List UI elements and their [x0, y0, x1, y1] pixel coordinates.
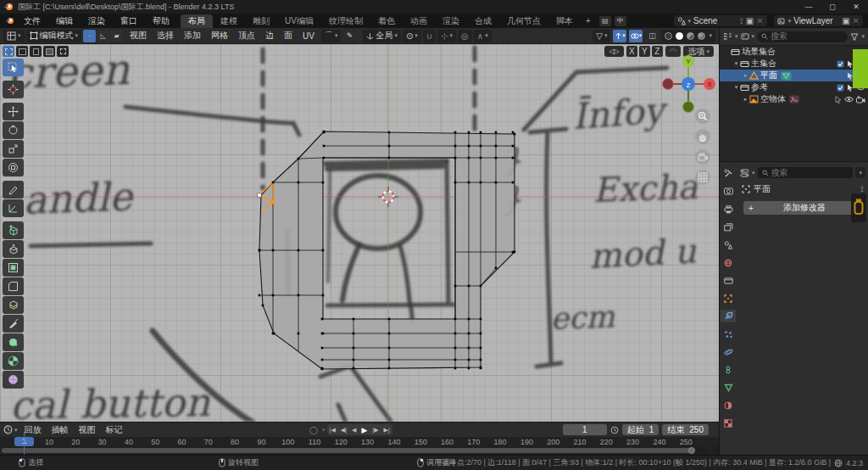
- outliner-item-label[interactable]: 空物体: [760, 93, 786, 105]
- timeline-editor-icon[interactable]: [3, 425, 13, 434]
- prop-falloff-dropdown[interactable]: ∧▾: [474, 30, 492, 42]
- workspace-tab-10[interactable]: 脚本: [548, 14, 581, 28]
- breadcrumb-object-name[interactable]: 平面: [754, 183, 771, 195]
- outliner-item-label[interactable]: 参考: [751, 81, 768, 93]
- rendered-shading-button[interactable]: [698, 32, 705, 40]
- tool-add-cube[interactable]: [3, 221, 24, 239]
- add-modifier-button[interactable]: + 添加修改器: [743, 201, 862, 215]
- outliner-item-label[interactable]: 场景集合: [742, 46, 776, 58]
- add-workspace-button[interactable]: +: [581, 16, 596, 25]
- timeline-track[interactable]: [0, 446, 719, 455]
- viewport-menu-5[interactable]: 边: [260, 30, 279, 42]
- maximize-button[interactable]: ◻: [821, 3, 844, 11]
- disclosure-icon[interactable]: ▸: [742, 72, 749, 79]
- properties-tab-texture[interactable]: [721, 417, 736, 429]
- select-subtract-mode-button[interactable]: [30, 46, 42, 57]
- properties-tab-collection[interactable]: [721, 274, 736, 287]
- tool-shade-smooth[interactable]: [3, 371, 24, 389]
- xray-toggle[interactable]: ◫: [645, 30, 659, 42]
- ortho-grid-icon[interactable]: [695, 170, 710, 185]
- proportional-falloff-button[interactable]: ⌒▾: [321, 30, 342, 42]
- material-shading-button[interactable]: [687, 32, 694, 40]
- properties-tab-constraints[interactable]: [721, 363, 736, 376]
- check-icon[interactable]: [837, 60, 844, 68]
- outliner-search-input[interactable]: 搜索: [757, 31, 848, 42]
- navigation-gizmo[interactable]: Y X Z: [662, 53, 716, 114]
- properties-tab-world[interactable]: [721, 256, 736, 269]
- timeline-scrollbar[interactable]: [2, 448, 693, 453]
- main-menu-4[interactable]: 帮助: [145, 15, 177, 27]
- tool-extrude-region[interactable]: [3, 240, 24, 258]
- select-set-mode-button[interactable]: [3, 46, 14, 57]
- tool-measure[interactable]: [3, 199, 24, 217]
- unlink-scene-icon[interactable]: ✕: [756, 16, 763, 25]
- wireframe-shading-button[interactable]: [665, 32, 672, 40]
- zoom-icon[interactable]: [695, 109, 710, 124]
- properties-tab-data[interactable]: [721, 381, 736, 394]
- properties-tab-physics[interactable]: [721, 345, 736, 358]
- select-extend-mode-button[interactable]: [16, 46, 28, 57]
- properties-tab-particles[interactable]: [721, 327, 736, 340]
- main-menu-2[interactable]: 渲染: [81, 15, 113, 27]
- viewport-menu-0[interactable]: 视图: [125, 30, 152, 42]
- solid-shading-button[interactable]: [676, 32, 683, 40]
- frame-start-field[interactable]: 起始1: [622, 424, 659, 435]
- autokey-record-button[interactable]: ◯: [307, 424, 320, 435]
- tool-transform[interactable]: [3, 159, 24, 176]
- viewport-3d[interactable]: creenandlecal buttonĪnfoyExchamod uecm}}…: [0, 44, 719, 422]
- eye-icon[interactable]: [844, 96, 854, 103]
- visibility-filter-dropdown[interactable]: ▽▾: [593, 30, 610, 42]
- mirror-toggle[interactable]: ◁▷: [604, 46, 623, 57]
- viewport-menu-7[interactable]: UV: [298, 31, 320, 41]
- disclosure-icon[interactable]: ▸: [742, 96, 749, 103]
- viewport-menu-4[interactable]: 顶点: [233, 30, 260, 42]
- workspace-tab-3[interactable]: UV编辑: [277, 14, 321, 28]
- frame-end-field[interactable]: 结束250: [662, 424, 709, 435]
- orientation-dropdown[interactable]: 全局▾: [363, 30, 401, 42]
- show-overlays-toggle[interactable]: ▾: [629, 30, 643, 42]
- tool-knife[interactable]: [3, 315, 24, 333]
- viewlayer-selector[interactable]: ▾ ViewLayer ▣ ✕: [774, 15, 863, 26]
- cursor-dim-icon[interactable]: [835, 96, 842, 104]
- jump-to-end-button[interactable]: ▶|: [381, 424, 392, 435]
- main-menu-3[interactable]: 窗口: [113, 15, 145, 27]
- viewport-menu-2[interactable]: 添加: [179, 30, 206, 42]
- viewport-menu-3[interactable]: 网格: [206, 30, 233, 42]
- properties-tab-output[interactable]: [721, 203, 736, 215]
- properties-tab-viewlayer[interactable]: [721, 221, 736, 233]
- new-viewlayer-icon[interactable]: ▣: [842, 16, 849, 25]
- workspace-tab-6[interactable]: 动画: [403, 14, 435, 28]
- check-icon[interactable]: [837, 84, 844, 92]
- main-menu-0[interactable]: 文件: [16, 15, 48, 27]
- viewport-menu-6[interactable]: 面: [279, 30, 298, 42]
- minimize-button[interactable]: —: [797, 3, 821, 11]
- properties-tab-modifiers[interactable]: [721, 310, 736, 322]
- tool-select-box[interactable]: [3, 59, 24, 76]
- properties-editor-icon[interactable]: [740, 169, 749, 177]
- tool-move[interactable]: [3, 103, 24, 120]
- tool-cursor[interactable]: [3, 81, 24, 98]
- properties-tab-scene[interactable]: [721, 238, 736, 251]
- outliner-display-mode-icon[interactable]: [741, 32, 749, 41]
- workspace-tab-7[interactable]: 渲染: [435, 14, 467, 28]
- workspace-tab-1[interactable]: 建模: [213, 14, 245, 28]
- timeline-menu-1[interactable]: 插帧: [47, 424, 74, 436]
- editor-type-button[interactable]: ▾: [3, 30, 25, 42]
- tool-inset-faces[interactable]: [3, 259, 24, 277]
- proportional-edit-toggle[interactable]: ◎: [458, 30, 472, 42]
- tool-poly-build[interactable]: [3, 333, 24, 351]
- outliner-row-1[interactable]: ▾主集合: [720, 58, 868, 70]
- prev-keyframe-button[interactable]: ◀|: [338, 424, 349, 435]
- edge-select-button[interactable]: ◺: [97, 30, 109, 42]
- workspace-tab-9[interactable]: 几何节点: [499, 14, 548, 28]
- workspace-tab-4[interactable]: 纹理绘制: [321, 14, 370, 28]
- current-frame-field[interactable]: 1: [563, 424, 607, 435]
- new-scene-icon[interactable]: ▣: [746, 16, 754, 25]
- camera-icon[interactable]: [856, 96, 865, 104]
- jump-to-start-button[interactable]: |◀: [327, 424, 338, 435]
- tool-spin[interactable]: [3, 352, 24, 370]
- duplicate-workspace-icon[interactable]: ▤: [599, 16, 611, 26]
- properties-tab-tool[interactable]: [721, 167, 736, 180]
- tool-scale[interactable]: [3, 140, 24, 158]
- amber-widget-icon[interactable]: [851, 193, 866, 222]
